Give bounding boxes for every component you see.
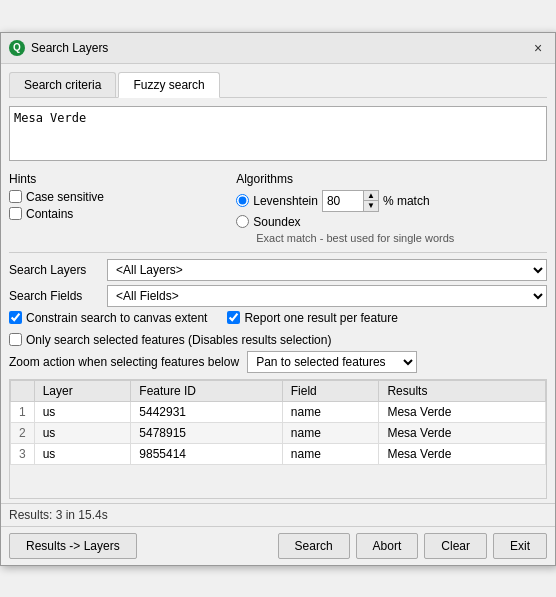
window-title: Search Layers: [31, 41, 108, 55]
spinner-down-button[interactable]: ▼: [364, 201, 378, 211]
zoom-action-combo-wrapper: Pan to selected features Zoom to selecte…: [247, 351, 417, 373]
abort-button[interactable]: Abort: [356, 533, 419, 559]
divider-1: [9, 252, 547, 253]
spinner-up-button[interactable]: ▲: [364, 191, 378, 201]
status-text: Results: 3 in 15.4s: [9, 508, 108, 522]
table-row[interactable]: 1 us 5442931 name Mesa Verde: [11, 401, 546, 422]
contains-label: Contains: [26, 207, 73, 221]
levenshtein-radio[interactable]: [236, 194, 249, 207]
only-selected-row: Only search selected features (Disables …: [9, 333, 547, 347]
zoom-action-row: Zoom action when selecting features belo…: [9, 351, 547, 373]
report-one-result-label: Report one result per feature: [244, 311, 397, 325]
contains-checkbox[interactable]: [9, 207, 22, 220]
row-2-num: 2: [11, 422, 35, 443]
col-results: Results: [379, 380, 546, 401]
row-1-layer: us: [34, 401, 131, 422]
tab-search-criteria[interactable]: Search criteria: [9, 72, 116, 97]
table-row[interactable]: 3 us 9855414 name Mesa Verde: [11, 443, 546, 464]
table-header: Layer Feature ID Field Results: [11, 380, 546, 401]
header-row: Layer Feature ID Field Results: [11, 380, 546, 401]
app-logo: Q: [9, 40, 25, 56]
main-window: Q Search Layers × Search criteria Fuzzy …: [0, 32, 556, 566]
search-fields-label: Search Fields: [9, 289, 99, 303]
col-layer: Layer: [34, 380, 131, 401]
algorithms-label: Algorithms: [236, 172, 547, 186]
results-table-container[interactable]: Layer Feature ID Field Results 1 us 5442…: [9, 379, 547, 499]
zoom-action-label: Zoom action when selecting features belo…: [9, 355, 239, 369]
table-row[interactable]: 2 us 5478915 name Mesa Verde: [11, 422, 546, 443]
search-button[interactable]: Search: [278, 533, 350, 559]
col-field: Field: [282, 380, 379, 401]
exact-match-note: Exact match - best used for single words: [256, 232, 547, 244]
report-one-result-row: Report one result per feature: [227, 311, 397, 325]
clear-button[interactable]: Clear: [424, 533, 487, 559]
row-1-feature-id: 5442931: [131, 401, 282, 422]
close-button[interactable]: ×: [529, 39, 547, 57]
constrain-canvas-checkbox[interactable]: [9, 311, 22, 324]
soundex-label: Soundex: [253, 215, 300, 229]
only-selected-checkbox[interactable]: [9, 333, 22, 346]
row-3-num: 3: [11, 443, 35, 464]
percent-input[interactable]: 80: [323, 191, 363, 211]
search-text-input[interactable]: Mesa Verde: [9, 106, 547, 161]
levenshtein-row: Levenshtein 80 ▲ ▼ % match: [236, 190, 547, 212]
row-3-layer: us: [34, 443, 131, 464]
zoom-action-select[interactable]: Pan to selected features Zoom to selecte…: [247, 351, 417, 373]
algorithms-section: Algorithms Levenshtein 80 ▲ ▼ % match: [236, 172, 547, 244]
row-2-field: name: [282, 422, 379, 443]
search-layers-select[interactable]: <All Layers>: [107, 259, 547, 281]
row-1-num: 1: [11, 401, 35, 422]
constrain-canvas-row: Constrain search to canvas extent: [9, 311, 207, 325]
row-3-field: name: [282, 443, 379, 464]
spinner-buttons: ▲ ▼: [363, 191, 378, 211]
dialog-content: Search criteria Fuzzy search Mesa Verde …: [1, 64, 555, 526]
col-num: [11, 380, 35, 401]
search-layers-combo-wrapper: <All Layers>: [107, 259, 547, 281]
search-layers-label: Search Layers: [9, 263, 99, 277]
status-bar: Results: 3 in 15.4s: [1, 503, 555, 526]
constrain-canvas-label: Constrain search to canvas extent: [26, 311, 207, 325]
case-sensitive-row: Case sensitive: [9, 190, 216, 204]
row-2-feature-id: 5478915: [131, 422, 282, 443]
col-feature-id: Feature ID: [131, 380, 282, 401]
search-fields-combo-wrapper: <All Fields>: [107, 285, 547, 307]
search-fields-select[interactable]: <All Fields>: [107, 285, 547, 307]
button-bar: Results -> Layers Search Abort Clear Exi…: [1, 526, 555, 565]
tab-fuzzy-search[interactable]: Fuzzy search: [118, 72, 219, 98]
row-1-result: Mesa Verde: [379, 401, 546, 422]
contains-row: Contains: [9, 207, 216, 221]
title-bar-left: Q Search Layers: [9, 40, 108, 56]
report-one-result-checkbox[interactable]: [227, 311, 240, 324]
levenshtein-label: Levenshtein: [253, 194, 318, 208]
hints-section: Hints Case sensitive Contains: [9, 172, 216, 244]
title-bar: Q Search Layers ×: [1, 33, 555, 64]
soundex-radio[interactable]: [236, 215, 249, 228]
hints-label: Hints: [9, 172, 216, 186]
percent-match-label: % match: [383, 194, 430, 208]
results-table: Layer Feature ID Field Results 1 us 5442…: [10, 380, 546, 465]
hints-algo-section: Hints Case sensitive Contains Algorithms…: [9, 172, 547, 244]
canvas-report-row: Constrain search to canvas extent Report…: [9, 311, 547, 329]
percent-spinner: 80 ▲ ▼: [322, 190, 379, 212]
row-2-layer: us: [34, 422, 131, 443]
soundex-row: Soundex: [236, 215, 547, 229]
tab-bar: Search criteria Fuzzy search: [9, 72, 547, 98]
results-layers-button[interactable]: Results -> Layers: [9, 533, 137, 559]
table-body: 1 us 5442931 name Mesa Verde 2 us 547891…: [11, 401, 546, 464]
search-layers-row: Search Layers <All Layers>: [9, 259, 547, 281]
case-sensitive-label: Case sensitive: [26, 190, 104, 204]
only-selected-label: Only search selected features (Disables …: [26, 333, 331, 347]
exit-button[interactable]: Exit: [493, 533, 547, 559]
row-2-result: Mesa Verde: [379, 422, 546, 443]
case-sensitive-checkbox[interactable]: [9, 190, 22, 203]
row-3-feature-id: 9855414: [131, 443, 282, 464]
row-3-result: Mesa Verde: [379, 443, 546, 464]
row-1-field: name: [282, 401, 379, 422]
search-fields-row: Search Fields <All Fields>: [9, 285, 547, 307]
